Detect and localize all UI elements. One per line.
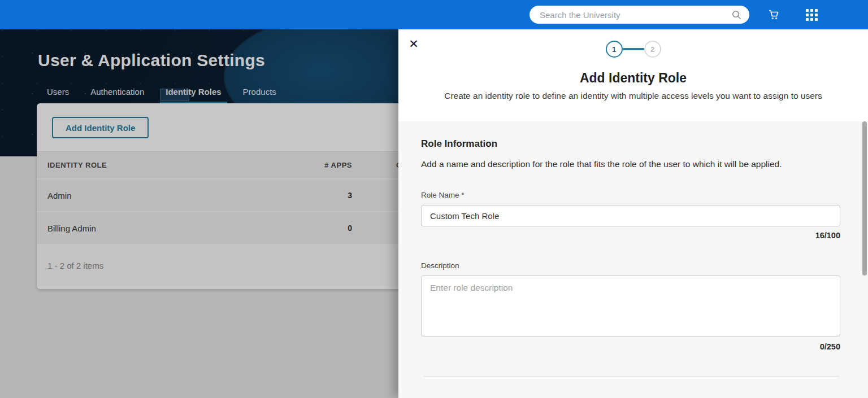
- top-navigation-bar: [0, 0, 868, 29]
- search-input[interactable]: [540, 10, 731, 20]
- search-icon[interactable]: [731, 10, 741, 20]
- description-counter: 0/250: [421, 342, 840, 351]
- role-name-label: Role Name *: [421, 191, 840, 199]
- screen: TORCH TALK User & Application Settings U…: [0, 0, 868, 398]
- stepper-connector: [622, 48, 645, 50]
- role-information-description: Add a name and description for the role …: [421, 159, 840, 169]
- drawer-body: Role Information Add a name and descript…: [398, 121, 868, 398]
- description-textarea[interactable]: [421, 275, 840, 336]
- close-icon[interactable]: ✕: [406, 36, 422, 51]
- apps-grid-icon: [806, 9, 818, 21]
- footer-divider: [424, 376, 840, 377]
- apps-grid-button[interactable]: [804, 7, 819, 22]
- drawer-scrollbar-thumb[interactable]: [862, 121, 867, 275]
- stepper-step-2[interactable]: 2: [644, 41, 661, 58]
- add-identity-role-drawer: ✕ 1 2 Add Identity Role Create an identi…: [398, 29, 868, 398]
- drawer-title: Add Identity Role: [398, 71, 868, 86]
- wizard-stepper: 1 2: [398, 29, 868, 58]
- drawer-subtitle: Create an identity role to define an ide…: [398, 91, 868, 101]
- cart-button[interactable]: [766, 7, 782, 22]
- role-name-input[interactable]: [421, 205, 840, 226]
- university-search-box[interactable]: [530, 6, 749, 24]
- description-label: Description: [421, 261, 840, 270]
- cart-icon: [767, 8, 780, 21]
- stepper-step-1[interactable]: 1: [606, 41, 623, 58]
- role-information-heading: Role Information: [421, 138, 840, 150]
- role-name-counter: 16/100: [421, 231, 840, 240]
